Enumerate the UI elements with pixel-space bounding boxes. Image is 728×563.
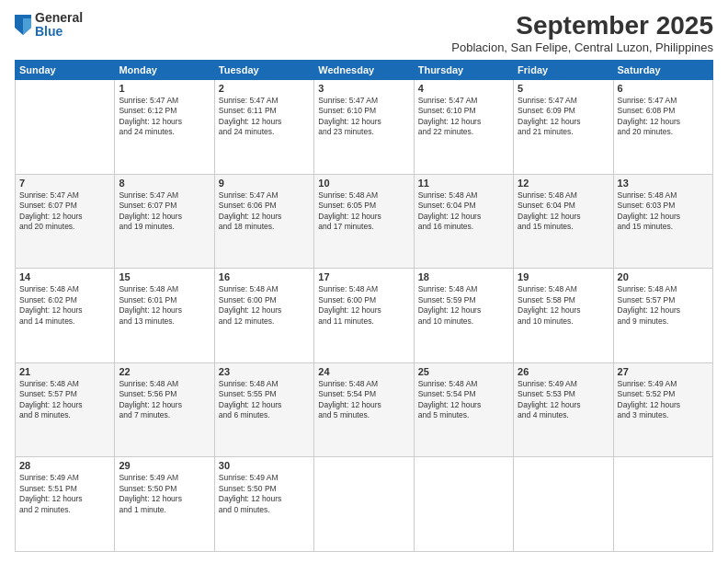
- day-number: 14: [19, 271, 110, 282]
- day-info: Sunrise: 5:47 AM Sunset: 6:10 PM Dayligh…: [318, 96, 409, 138]
- day-cell: [314, 457, 414, 552]
- day-info: Sunrise: 5:48 AM Sunset: 6:00 PM Dayligh…: [318, 284, 409, 327]
- day-number: 4: [418, 83, 509, 94]
- day-cell: 4Sunrise: 5:47 AM Sunset: 6:10 PM Daylig…: [414, 80, 513, 175]
- col-sunday: Sunday: [16, 61, 115, 80]
- day-number: 13: [618, 178, 709, 189]
- day-number: 11: [418, 178, 509, 189]
- day-cell: [613, 457, 712, 552]
- day-cell: 29Sunrise: 5:49 AM Sunset: 5:50 PM Dayli…: [115, 457, 214, 552]
- day-cell: 26Sunrise: 5:49 AM Sunset: 5:53 PM Dayli…: [514, 362, 613, 457]
- day-cell: 27Sunrise: 5:49 AM Sunset: 5:52 PM Dayli…: [613, 362, 712, 457]
- day-info: Sunrise: 5:48 AM Sunset: 6:04 PM Dayligh…: [418, 190, 509, 233]
- day-info: Sunrise: 5:48 AM Sunset: 5:54 PM Dayligh…: [418, 379, 509, 421]
- day-number: 6: [618, 83, 709, 94]
- day-cell: 11Sunrise: 5:48 AM Sunset: 6:04 PM Dayli…: [414, 174, 513, 269]
- location: Poblacion, San Felipe, Central Luzon, Ph…: [451, 40, 713, 54]
- day-info: Sunrise: 5:49 AM Sunset: 5:50 PM Dayligh…: [119, 473, 210, 515]
- day-number: 7: [19, 178, 110, 189]
- day-cell: 8Sunrise: 5:47 AM Sunset: 6:07 PM Daylig…: [115, 174, 214, 269]
- day-cell: 21Sunrise: 5:48 AM Sunset: 5:57 PM Dayli…: [16, 362, 115, 457]
- day-cell: [514, 457, 613, 552]
- day-cell: 5Sunrise: 5:47 AM Sunset: 6:09 PM Daylig…: [514, 80, 613, 175]
- day-cell: 10Sunrise: 5:48 AM Sunset: 6:05 PM Dayli…: [314, 174, 414, 269]
- day-info: Sunrise: 5:49 AM Sunset: 5:50 PM Dayligh…: [219, 473, 310, 515]
- day-cell: 1Sunrise: 5:47 AM Sunset: 6:12 PM Daylig…: [115, 80, 214, 175]
- day-number: 24: [318, 366, 409, 377]
- week-row-3: 14Sunrise: 5:48 AM Sunset: 6:02 PM Dayli…: [16, 269, 713, 363]
- day-number: 17: [318, 271, 409, 282]
- header-row: Sunday Monday Tuesday Wednesday Thursday…: [16, 61, 713, 80]
- day-number: 12: [518, 178, 609, 189]
- day-number: 5: [518, 83, 609, 94]
- day-number: 18: [418, 271, 509, 282]
- day-cell: 2Sunrise: 5:47 AM Sunset: 6:11 PM Daylig…: [214, 80, 313, 175]
- month-title: September 2025: [451, 11, 713, 40]
- day-info: Sunrise: 5:48 AM Sunset: 5:57 PM Dayligh…: [19, 379, 110, 421]
- day-number: 20: [618, 271, 709, 282]
- day-info: Sunrise: 5:48 AM Sunset: 5:56 PM Dayligh…: [119, 379, 210, 421]
- day-cell: 23Sunrise: 5:48 AM Sunset: 5:55 PM Dayli…: [214, 362, 313, 457]
- day-number: 15: [119, 271, 210, 282]
- day-cell: 19Sunrise: 5:48 AM Sunset: 5:58 PM Dayli…: [514, 269, 613, 363]
- day-number: 27: [618, 366, 709, 377]
- day-info: Sunrise: 5:49 AM Sunset: 5:51 PM Dayligh…: [19, 473, 110, 515]
- day-number: 22: [119, 366, 210, 377]
- logo: General Blue: [15, 11, 83, 40]
- day-cell: 7Sunrise: 5:47 AM Sunset: 6:07 PM Daylig…: [16, 174, 115, 269]
- day-number: 8: [119, 178, 210, 189]
- col-tuesday: Tuesday: [214, 61, 313, 80]
- day-cell: 22Sunrise: 5:48 AM Sunset: 5:56 PM Dayli…: [115, 362, 214, 457]
- day-info: Sunrise: 5:47 AM Sunset: 6:07 PM Dayligh…: [119, 190, 210, 233]
- day-cell: 15Sunrise: 5:48 AM Sunset: 6:01 PM Dayli…: [115, 269, 214, 363]
- day-cell: 6Sunrise: 5:47 AM Sunset: 6:08 PM Daylig…: [613, 80, 712, 175]
- col-friday: Friday: [514, 61, 613, 80]
- week-row-5: 28Sunrise: 5:49 AM Sunset: 5:51 PM Dayli…: [16, 457, 713, 552]
- day-info: Sunrise: 5:48 AM Sunset: 6:00 PM Dayligh…: [219, 284, 310, 327]
- day-info: Sunrise: 5:47 AM Sunset: 6:09 PM Dayligh…: [518, 96, 609, 138]
- calendar-table: Sunday Monday Tuesday Wednesday Thursday…: [15, 60, 713, 552]
- day-cell: [16, 80, 115, 175]
- svg-marker-1: [23, 18, 31, 35]
- day-number: 23: [219, 366, 310, 377]
- col-monday: Monday: [115, 61, 214, 80]
- col-thursday: Thursday: [414, 61, 513, 80]
- col-saturday: Saturday: [613, 61, 712, 80]
- day-cell: 20Sunrise: 5:48 AM Sunset: 5:57 PM Dayli…: [613, 269, 712, 363]
- logo-blue-text: Blue: [35, 25, 83, 39]
- day-cell: 18Sunrise: 5:48 AM Sunset: 5:59 PM Dayli…: [414, 269, 513, 363]
- header: General Blue September 2025 Poblacion, S…: [15, 11, 713, 54]
- day-number: 21: [19, 366, 110, 377]
- logo-general-text: General: [35, 11, 83, 25]
- day-number: 1: [119, 83, 210, 94]
- page: General Blue September 2025 Poblacion, S…: [0, 0, 728, 563]
- day-number: 3: [318, 83, 409, 94]
- day-info: Sunrise: 5:47 AM Sunset: 6:08 PM Dayligh…: [618, 96, 709, 138]
- week-row-1: 1Sunrise: 5:47 AM Sunset: 6:12 PM Daylig…: [16, 80, 713, 175]
- day-info: Sunrise: 5:47 AM Sunset: 6:06 PM Dayligh…: [219, 190, 310, 233]
- day-info: Sunrise: 5:48 AM Sunset: 6:04 PM Dayligh…: [518, 190, 609, 233]
- week-row-4: 21Sunrise: 5:48 AM Sunset: 5:57 PM Dayli…: [16, 362, 713, 457]
- day-cell: 9Sunrise: 5:47 AM Sunset: 6:06 PM Daylig…: [214, 174, 313, 269]
- day-number: 25: [418, 366, 509, 377]
- day-info: Sunrise: 5:48 AM Sunset: 6:01 PM Dayligh…: [119, 284, 210, 327]
- logo-icon: [15, 15, 31, 35]
- day-number: 26: [518, 366, 609, 377]
- day-info: Sunrise: 5:48 AM Sunset: 5:55 PM Dayligh…: [219, 379, 310, 421]
- day-cell: 13Sunrise: 5:48 AM Sunset: 6:03 PM Dayli…: [613, 174, 712, 269]
- day-number: 30: [219, 460, 310, 471]
- day-info: Sunrise: 5:47 AM Sunset: 6:11 PM Dayligh…: [219, 96, 310, 138]
- day-cell: 17Sunrise: 5:48 AM Sunset: 6:00 PM Dayli…: [314, 269, 414, 363]
- day-info: Sunrise: 5:48 AM Sunset: 5:58 PM Dayligh…: [518, 284, 609, 327]
- day-info: Sunrise: 5:48 AM Sunset: 6:02 PM Dayligh…: [19, 284, 110, 327]
- title-block: September 2025 Poblacion, San Felipe, Ce…: [451, 11, 713, 54]
- day-info: Sunrise: 5:48 AM Sunset: 5:57 PM Dayligh…: [618, 284, 709, 327]
- day-cell: 12Sunrise: 5:48 AM Sunset: 6:04 PM Dayli…: [514, 174, 613, 269]
- day-info: Sunrise: 5:48 AM Sunset: 6:05 PM Dayligh…: [318, 190, 409, 233]
- day-info: Sunrise: 5:49 AM Sunset: 5:53 PM Dayligh…: [518, 379, 609, 421]
- day-cell: 30Sunrise: 5:49 AM Sunset: 5:50 PM Dayli…: [214, 457, 313, 552]
- day-info: Sunrise: 5:47 AM Sunset: 6:12 PM Dayligh…: [119, 96, 210, 138]
- day-info: Sunrise: 5:47 AM Sunset: 6:10 PM Dayligh…: [418, 96, 509, 138]
- day-cell: 25Sunrise: 5:48 AM Sunset: 5:54 PM Dayli…: [414, 362, 513, 457]
- day-info: Sunrise: 5:47 AM Sunset: 6:07 PM Dayligh…: [19, 190, 110, 233]
